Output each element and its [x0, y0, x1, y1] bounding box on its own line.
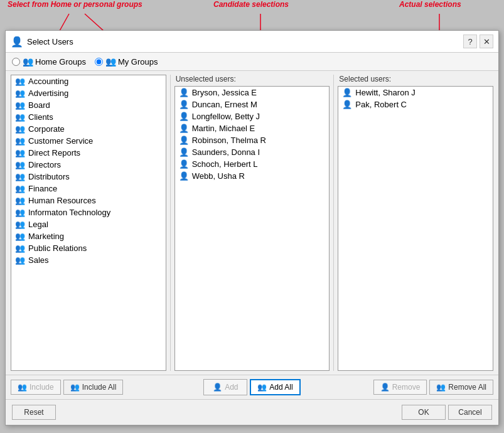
dialog-subheader: 👥 Home Groups 👥 My Groups — [6, 53, 498, 71]
remove-all-icon: 👥 — [436, 383, 446, 392]
annotation-center: Candidate selections — [213, 0, 289, 9]
user-icon: 👤 — [11, 36, 23, 48]
groups-list-item[interactable]: 👥Legal — [11, 218, 166, 230]
reset-button[interactable]: Reset — [12, 405, 56, 420]
groups-list-item[interactable]: 👥Clients — [11, 111, 166, 123]
unselected-label: Unselected users: — [174, 75, 330, 83]
groups-list-item[interactable]: 👥Directors — [11, 159, 166, 171]
remove-all-button[interactable]: 👥 Remove All — [429, 380, 493, 395]
annotation-left: Select from Home or personal groups — [8, 0, 142, 9]
person-icon: 👤 — [179, 159, 189, 169]
groups-list-item[interactable]: 👥Advertising — [11, 87, 166, 99]
unselected-list-item[interactable]: 👤Robinson, Thelma R — [175, 134, 330, 146]
divider-2 — [333, 75, 334, 371]
unselected-list-item[interactable]: 👤Martin, Michael E — [175, 122, 330, 134]
groups-list-item[interactable]: 👥Sales — [11, 254, 166, 266]
person-icon: 👤 — [179, 171, 189, 181]
group-list-icon: 👥 — [15, 160, 25, 169]
group-list-icon: 👥 — [15, 208, 25, 217]
group-list-icon: 👥 — [15, 220, 25, 229]
remove-section: 👤 Remove 👥 Remove All — [334, 380, 493, 395]
groups-list[interactable]: 👥Accounting👥Advertising👥Board👥Clients👥Co… — [11, 75, 166, 371]
remove-button[interactable]: 👤 Remove — [373, 380, 427, 395]
include-button[interactable]: 👥 Include — [11, 380, 61, 395]
person-icon: 👤 — [179, 136, 189, 145]
groups-list-item[interactable]: 👥Board — [11, 99, 166, 111]
title-left: 👤 Select Users — [11, 36, 73, 48]
divider-1 — [170, 75, 171, 371]
unselected-list-item[interactable]: 👤Longfellow, Betty J — [175, 110, 330, 122]
groups-list-item[interactable]: 👥Finance — [11, 183, 166, 195]
group-list-icon: 👥 — [15, 88, 25, 98]
help-button[interactable]: ? — [463, 35, 477, 48]
cancel-button[interactable]: Cancel — [448, 405, 492, 420]
annotation-right: Actual selections — [399, 0, 461, 9]
group-list-icon: 👥 — [15, 124, 25, 134]
home-group-icon: 👥 — [23, 56, 33, 67]
group-list-icon: 👥 — [15, 136, 25, 146]
person-icon: 👤 — [179, 147, 189, 157]
groups-list-item[interactable]: 👥Direct Reports — [11, 147, 166, 159]
add-icon: 👤 — [213, 383, 222, 392]
my-group-icon: 👥 — [105, 56, 116, 67]
groups-list-item[interactable]: 👥Corporate — [11, 123, 166, 135]
radio-group: 👥 Home Groups 👥 My Groups — [12, 56, 158, 67]
unselected-list-item[interactable]: 👤Duncan, Ernest M — [175, 99, 330, 110]
selected-label: Selected users: — [338, 75, 493, 83]
person-icon: 👤 — [342, 88, 352, 97]
group-list-icon: 👥 — [15, 77, 25, 86]
group-list-icon: 👥 — [15, 255, 25, 265]
include-all-icon: 👥 — [70, 383, 80, 392]
add-all-button[interactable]: 👥 Add All — [250, 379, 300, 395]
groups-list-item[interactable]: 👥Human Resources — [11, 195, 166, 206]
groups-list-item[interactable]: 👥Customer Service — [11, 135, 166, 147]
groups-list-item[interactable]: 👥Accounting — [11, 75, 166, 87]
group-list-icon: 👥 — [15, 196, 25, 205]
group-list-icon: 👥 — [15, 112, 25, 122]
include-all-button[interactable]: 👥 Include All — [63, 380, 124, 395]
groups-list-item[interactable]: 👥Marketing — [11, 230, 166, 242]
dialog-titlebar: 👤 Select Users ? ✕ — [6, 31, 498, 53]
action-bar-right: OK Cancel — [402, 405, 492, 420]
action-bar-left: Reset — [12, 405, 56, 420]
group-list-icon: 👥 — [15, 100, 25, 110]
selected-list-item[interactable]: 👤Pak, Robert C — [338, 99, 493, 110]
unselected-list-item[interactable]: 👤Webb, Usha R — [175, 170, 330, 182]
my-groups-label: 👥 My Groups — [105, 56, 158, 67]
groups-list-item[interactable]: 👥Informaton Technology — [11, 206, 166, 218]
unselected-list[interactable]: 👤Bryson, Jessica E👤Duncan, Ernest M👤Long… — [174, 86, 330, 371]
dialog-title: Select Users — [27, 37, 73, 46]
person-icon: 👤 — [179, 100, 189, 109]
unselected-list-item[interactable]: 👤Bryson, Jessica E — [175, 87, 330, 99]
unselected-panel: Unselected users: 👤Bryson, Jessica E👤Dun… — [174, 75, 330, 371]
add-button[interactable]: 👤 Add — [203, 379, 247, 395]
group-list-icon: 👥 — [15, 232, 25, 241]
home-groups-radio-item[interactable]: 👥 Home Groups — [12, 56, 86, 67]
groups-list-item[interactable]: 👥Public Relations — [11, 242, 166, 254]
dialog-body: 👥Accounting👥Advertising👥Board👥Clients👥Co… — [6, 71, 498, 375]
group-list-icon: 👥 — [15, 243, 25, 253]
person-icon: 👤 — [342, 100, 352, 109]
select-users-dialog: 👤 Select Users ? ✕ 👥 Home Groups — [5, 30, 499, 425]
home-groups-label: 👥 Home Groups — [23, 56, 86, 67]
groups-list-item[interactable]: 👥Distributors — [11, 171, 166, 183]
unselected-list-item[interactable]: 👤Schoch, Herbert L — [175, 158, 330, 170]
title-controls: ? ✕ — [463, 35, 493, 48]
remove-icon: 👤 — [380, 383, 390, 392]
close-button[interactable]: ✕ — [480, 35, 493, 48]
home-groups-radio[interactable] — [12, 58, 20, 66]
include-icon: 👥 — [18, 383, 27, 392]
my-groups-radio[interactable] — [95, 58, 103, 66]
group-list-icon: 👥 — [15, 172, 25, 181]
selected-list[interactable]: 👤Hewitt, Sharon J👤Pak, Robert C — [338, 86, 493, 371]
unselected-list-item[interactable]: 👤Saunders, Donna I — [175, 146, 330, 158]
dialog-action-bar: Reset OK Cancel — [6, 399, 498, 425]
selected-list-item[interactable]: 👤Hewitt, Sharon J — [338, 87, 493, 99]
add-all-icon: 👥 — [257, 383, 267, 392]
selected-panel: Selected users: 👤Hewitt, Sharon J👤Pak, R… — [338, 75, 493, 371]
add-section: 👤 Add 👥 Add All — [173, 379, 332, 395]
my-groups-radio-item[interactable]: 👥 My Groups — [95, 56, 158, 67]
group-list-icon: 👥 — [15, 148, 25, 158]
person-icon: 👤 — [179, 124, 189, 133]
ok-button[interactable]: OK — [402, 405, 446, 420]
